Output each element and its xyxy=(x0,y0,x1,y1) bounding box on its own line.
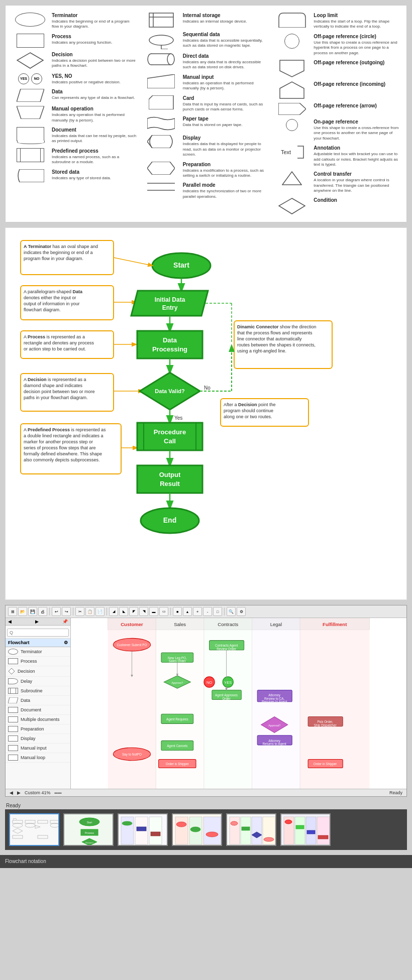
toolbar-btn-redo[interactable]: ↪ xyxy=(62,607,71,616)
offpage-out-icon xyxy=(279,60,304,77)
predef-text: Predefined process Indicates a named pro… xyxy=(52,148,138,165)
document-shape xyxy=(13,127,48,141)
offpage-arrow-text: Off-page reference (arrow) xyxy=(314,103,377,109)
offpage-arrow-icon xyxy=(278,103,306,115)
toolbar-btn-save[interactable]: 💾 xyxy=(28,607,37,616)
toolbar-btn-open[interactable]: 📂 xyxy=(18,607,27,616)
nav-next[interactable]: ▶ xyxy=(17,790,21,795)
application-window: ⊞ 📂 💾 🖨 ↩ ↪ ✂ 📋 📄 ◢ ◣ ◤ ◥ ▬ ▭ ■ ▲ + - □ … xyxy=(5,605,407,797)
symbol-grid: Terminator Indicates the beginning or en… xyxy=(11,11,401,217)
toolbar-btn-new[interactable]: ⊞ xyxy=(8,607,17,616)
preparation-icon xyxy=(147,162,175,175)
svg-text:Data Valid?: Data Valid? xyxy=(155,388,185,394)
panel-item-preparation[interactable]: Preparation xyxy=(6,724,70,734)
panel-header-icon: ◀ xyxy=(8,619,12,624)
toolbar-sep-3 xyxy=(107,607,107,616)
terminator-shape xyxy=(13,13,48,27)
panel-item-subroutine[interactable]: Subroutine xyxy=(6,686,70,696)
toolbar-btn-7[interactable]: ■ xyxy=(173,607,182,616)
offpage-in-label: Off-page reference (incoming) xyxy=(314,81,385,87)
yesno-shape: YES NO xyxy=(13,73,48,84)
toolbar-btn-3[interactable]: ◤ xyxy=(129,607,138,616)
panel-item-process[interactable]: Process xyxy=(6,657,70,666)
svg-text:Agent Cancels: Agent Cancels xyxy=(167,745,187,749)
toolbar-btn-print[interactable]: 🖨 xyxy=(38,607,47,616)
predef-shape xyxy=(13,148,48,162)
svg-text:Order in Shipper: Order in Shipper xyxy=(314,763,338,767)
toolbar-btn-zoom-out[interactable]: - xyxy=(203,607,212,616)
thumb-4[interactable] xyxy=(172,813,222,846)
svg-text:indicates the beginning or end: indicates the beginning or end of a xyxy=(24,250,93,255)
toolbar-btn-settings[interactable]: ⚙ xyxy=(237,607,246,616)
panel-item-manual-loop[interactable]: Manual loop xyxy=(6,753,70,763)
thumb-5[interactable] xyxy=(226,813,276,846)
page-zoom: Custom 41% xyxy=(25,790,51,795)
panel-item-manual-loop-icon xyxy=(8,755,18,761)
toolbar-btn-5[interactable]: ▬ xyxy=(149,607,158,616)
loop-text: Loop limit Indicates the start of a loop… xyxy=(314,13,399,30)
panel-item-display[interactable]: Display xyxy=(6,734,70,744)
category-settings[interactable]: ⚙ xyxy=(64,640,68,645)
panel-item-decision[interactable]: Decision xyxy=(6,666,70,677)
panel-category-flowchart[interactable]: Flowchart ⚙ xyxy=(6,639,70,647)
manual-input-label: Manual input xyxy=(183,74,269,80)
parallel-label: Parallel mode xyxy=(183,182,269,188)
thumb-6[interactable] xyxy=(280,813,331,846)
paper-icon xyxy=(147,116,175,131)
toolbar-btn-2[interactable]: ◣ xyxy=(119,607,128,616)
toolbar-btn-zoom-select[interactable]: 🔍 xyxy=(227,607,236,616)
toolbar-btn-6[interactable]: ▭ xyxy=(159,607,168,616)
svg-text:Yes: Yes xyxy=(174,415,182,421)
toolbar-btn-4[interactable]: ◥ xyxy=(139,607,148,616)
toolbar-btn-copy[interactable]: 📋 xyxy=(85,607,94,616)
document-label: Document xyxy=(52,127,138,133)
panel-item-multiple-docs[interactable]: Multiple documents xyxy=(6,715,70,724)
search-input[interactable] xyxy=(7,629,69,637)
toolbar-btn-cut[interactable]: ✂ xyxy=(75,607,84,616)
toolbar-btn-fit[interactable]: □ xyxy=(213,607,222,616)
thumb-1[interactable]: ┌─┐ xyxy=(9,813,59,846)
annotation-desc: Adjustable text box with bracket you can… xyxy=(314,152,399,167)
panel-item-terminator[interactable]: Terminator xyxy=(6,647,70,657)
panel-item-manual-input[interactable]: Manual input xyxy=(6,744,70,753)
symbol-item-process: Process Indicates any processing functio… xyxy=(11,32,140,50)
card-label: Card xyxy=(183,95,269,101)
panel-pin[interactable]: 📌 xyxy=(62,619,68,624)
nav-prev[interactable]: ◀ xyxy=(10,790,13,795)
swimlane-svg: Customer Sales Contracts Legal Fulfillme… xyxy=(71,618,406,789)
decision-icon xyxy=(17,52,44,69)
toolbar-btn-zoom-in[interactable]: + xyxy=(193,607,202,616)
svg-rect-190 xyxy=(203,817,221,844)
toolbar-btn-1[interactable]: ◢ xyxy=(109,607,118,616)
manual-op-desc: Indicates any operation that is performe… xyxy=(52,112,138,123)
panel-search[interactable] xyxy=(6,626,70,639)
panel-item-delay[interactable]: Delay xyxy=(6,677,70,686)
panel-item-data[interactable]: Data xyxy=(6,696,70,705)
symbol-col-3: Loop limit Indicates the start of a loop… xyxy=(272,11,401,217)
preparation-label: Preparation xyxy=(183,162,269,167)
condition-icon xyxy=(278,197,306,215)
stored-text: Stored data Indicates any type of stored… xyxy=(52,169,111,181)
svg-text:Customer Submit PO: Customer Submit PO xyxy=(117,644,147,647)
thumb-3[interactable] xyxy=(118,813,168,846)
svg-text:Entry: Entry xyxy=(162,304,178,311)
thumb-6-preview xyxy=(281,814,331,846)
symbol-item-card: Card Data that is input by means of card… xyxy=(142,93,271,114)
preparation-text: Preparation Indicates a modification to … xyxy=(183,162,269,179)
app-toolbar[interactable]: ⊞ 📂 💾 🖨 ↩ ↪ ✂ 📋 📄 ◢ ◣ ◤ ◥ ▬ ▭ ■ ▲ + - □ … xyxy=(6,605,406,618)
panel-item-document[interactable]: Document xyxy=(6,705,70,715)
canvas-area[interactable]: Customer Sales Contracts Legal Fulfillme… xyxy=(71,618,406,789)
svg-text:Agent Requires: Agent Requires xyxy=(166,717,188,721)
thumb-2[interactable]: Start Process Decision xyxy=(63,813,114,846)
svg-marker-2 xyxy=(17,106,44,119)
toolbar-btn-undo[interactable]: ↩ xyxy=(52,607,61,616)
toolbar-btn-paste[interactable]: 📄 xyxy=(95,607,105,616)
toolbar-btn-8[interactable]: ▲ xyxy=(183,607,192,616)
yesno-text: YES, NO Indicates positive or negative d… xyxy=(52,73,121,85)
yesno-label: YES, NO xyxy=(52,73,121,79)
control-text: Control transfer A location in your diag… xyxy=(314,171,399,193)
paper-shape xyxy=(144,116,179,131)
left-panel: ◀ ▶ 📌 Flowchart ⚙ Terminator Process xyxy=(6,618,71,789)
panel-item-display-icon xyxy=(8,736,18,742)
svg-text:along one or two routes.: along one or two routes. xyxy=(224,414,272,419)
